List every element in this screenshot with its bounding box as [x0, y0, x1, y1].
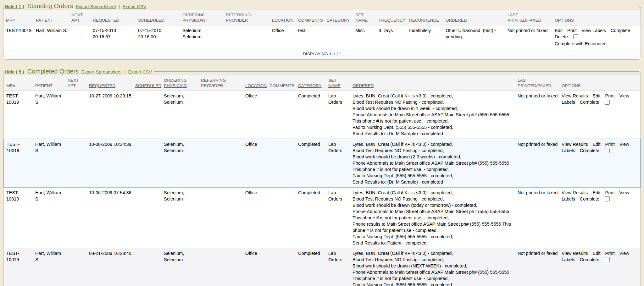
sort-link-set-name[interactable]: SET NAME	[355, 13, 368, 23]
cell-next-apt	[70, 25, 92, 49]
column-header-set-name: SET NAME	[327, 75, 351, 91]
ordered-item: Other Ultrasound: (test) - pending	[446, 27, 504, 40]
column-header-ordering-physician: ORDERING PHYSICIAN	[163, 75, 200, 91]
hide-standing-orders-link[interactable]: Hide ( 1 )	[5, 4, 24, 9]
sort-link-ordered[interactable]: ORDERED	[353, 83, 374, 88]
standing-orders-section: Hide ( 1 ) Standing Orders Export Spread…	[3, 3, 641, 60]
export-spreadsheet-completed-link[interactable]: Export Spreadsheet	[81, 69, 122, 74]
option-view-results-link[interactable]: View Results	[562, 142, 588, 147]
standing-orders-table: MR#PATIENTNEXT APTREQUESTEDSCHEDULEDORDE…	[3, 10, 641, 59]
cell-scheduled	[134, 187, 163, 248]
cell-referring-provider	[200, 187, 244, 248]
sort-link-scheduled[interactable]: SCHEDULED	[138, 18, 164, 23]
standing-order-row: TEST-10019Hart, William S.07-15-2010 20:…	[3, 25, 641, 49]
option-delete-link[interactable]: Delete	[555, 34, 568, 39]
column-header-set-name: SET NAME	[354, 10, 377, 25]
export-spreadsheet-standing-link[interactable]: Export Spreadsheet	[76, 4, 116, 9]
hide-completed-orders-link[interactable]: Hide ( 5 )	[5, 69, 24, 74]
column-header-ordering-physician: ORDERING PHYSICIAN	[181, 10, 225, 25]
option-complete-link[interactable]: Complete	[580, 100, 599, 105]
option-complete-link[interactable]: Complete	[580, 257, 599, 262]
sort-link-location[interactable]: LOCATION	[245, 83, 267, 88]
cell-next-apt	[66, 187, 88, 248]
sort-link-requested[interactable]: REQUESTED	[93, 18, 119, 23]
sort-link-set-name[interactable]: SET NAME	[328, 78, 341, 88]
option-print-link[interactable]: Print	[605, 190, 615, 195]
cell-options: View Results Edit Print View Labels Comp…	[560, 91, 640, 139]
sort-link-scheduled[interactable]: SCHEDULED	[135, 83, 161, 88]
sort-link-requested[interactable]: REQUESTED	[89, 83, 115, 88]
option-complete-with-encounter-link[interactable]: Complete with Encounter	[555, 41, 635, 47]
cell-referring-provider	[200, 248, 244, 286]
option-print-link[interactable]: Print	[605, 251, 615, 256]
ordered-item: Blood Test Requires NO Fasting - complet…	[353, 99, 514, 105]
cell-frequency: 3 Days	[377, 25, 408, 49]
column-header-category: CATEGORY	[325, 10, 354, 25]
cell-ordered: Lytes, BUN, Creat (Call if K+ is <3.0) -…	[351, 139, 516, 187]
ordered-item: Phone Abnormals to Main Street office AS…	[353, 112, 514, 124]
cell-recurrence: Indefinitely	[408, 25, 444, 49]
ordered-item: Phone results to Main Street office ASAP…	[353, 221, 514, 234]
ordered-item: Fax to Nursing Dept. (555) 555-5555 - co…	[353, 124, 514, 130]
option-edit-link[interactable]: Edit	[555, 28, 563, 33]
option-complete-link[interactable]: Complete	[580, 196, 599, 201]
sort-link-frequency[interactable]: FREQUENCY	[379, 18, 405, 23]
option-view-results-link[interactable]: View Results	[562, 190, 588, 195]
completed-order-row: TEST-10019Hart, William S.10-06-2009 07:…	[4, 187, 640, 248]
completed-orders-table: MR#PATIENTNEXT APTREQUESTEDSCHEDULEDORDE…	[3, 75, 641, 286]
sort-link-category[interactable]: CATEGORY	[298, 83, 322, 88]
cell-next-apt	[66, 139, 88, 187]
cell-scheduled: 07-15-2010 20:16:00	[137, 25, 181, 49]
cell-ordered: Other Ultrasound: (test) - pending	[444, 25, 506, 49]
ordered-item: Lytes, BUN, Creat (Call if K+ is <3.0) -…	[353, 190, 514, 196]
option-view-results-link[interactable]: View Results	[562, 93, 588, 98]
option-view-labels-link[interactable]: View Labels	[581, 28, 606, 33]
option-print-link[interactable]: Print	[605, 93, 615, 98]
option-edit-link[interactable]: Edit	[593, 93, 601, 98]
sort-link-recurrence[interactable]: RECURRENCE	[409, 18, 439, 23]
cell-patient: Hart, William S.	[35, 25, 70, 49]
option-view-results-link[interactable]: View Results	[562, 251, 588, 256]
order-checkbox[interactable]	[605, 148, 610, 153]
cell-location: Office	[244, 187, 268, 248]
cell-requested: 07-15-2010 20:16:57	[92, 25, 137, 49]
option-complete-link[interactable]: Complete	[611, 28, 630, 33]
cell-next-apt	[66, 248, 88, 286]
ordered-item: Lytes, BUN, Creat (Call if K+ is <3.0) -…	[353, 93, 514, 99]
export-csv-completed-link[interactable]: Export CSV	[128, 69, 152, 74]
cell-comments	[268, 139, 297, 187]
column-header-referring-provider: REFERRING PROVIDER	[200, 75, 244, 91]
sort-link-location[interactable]: LOCATION	[272, 18, 293, 23]
order-checkbox[interactable]	[605, 100, 610, 105]
standing-orders-legend: Hide ( 1 ) Standing Orders Export Spread…	[4, 3, 148, 10]
export-csv-standing-link[interactable]: Export CSV	[123, 4, 147, 9]
option-edit-link[interactable]: Edit	[593, 251, 601, 256]
order-checkbox[interactable]	[605, 196, 610, 201]
column-header-options: OPTIONS	[553, 10, 641, 25]
column-header-options: OPTIONS	[560, 75, 640, 91]
cell-patient: Hart, William S.	[34, 187, 66, 248]
order-checkbox[interactable]	[573, 34, 578, 39]
sort-link-ordering-physician[interactable]: ORDERING PHYSICIAN	[164, 78, 187, 88]
sort-link-ordered[interactable]: ORDERED	[446, 18, 467, 23]
column-header-location: LOCATION	[271, 10, 297, 25]
sort-link-ordering-physician[interactable]: ORDERING PHYSICIAN	[182, 13, 205, 23]
ordered-item: Blood work should be drawn (2-3 weeks) -…	[353, 154, 514, 160]
option-print-link[interactable]: Print	[605, 142, 615, 147]
option-edit-link[interactable]: Edit	[593, 190, 601, 195]
cell-patient: Hart, William S.	[34, 248, 66, 286]
cell-ordering-physician: Selenium, Selenium	[163, 248, 200, 286]
ordered-item: Fax to Nursing Dept. (555) 555-5555 - co…	[353, 173, 514, 179]
column-header-comments: COMMENTS	[297, 10, 325, 25]
order-checkbox[interactable]	[605, 257, 610, 262]
cell-comments	[268, 91, 297, 139]
sort-link-category[interactable]: CATEGORY	[326, 18, 350, 23]
ordered-item: Fax to Nursing Dept. (555) 555-5555 - co…	[353, 234, 514, 240]
option-edit-link[interactable]: Edit	[593, 142, 601, 147]
column-header-next-apt: NEXT APT	[70, 10, 92, 25]
cell-category	[325, 25, 354, 49]
option-complete-link[interactable]: Complete	[580, 148, 599, 153]
option-print-link[interactable]: Print	[567, 28, 577, 33]
column-header-patient: PATIENT	[35, 10, 70, 25]
ordered-item: Blood work should be drawn (NEXT WEEK) -…	[353, 263, 514, 269]
